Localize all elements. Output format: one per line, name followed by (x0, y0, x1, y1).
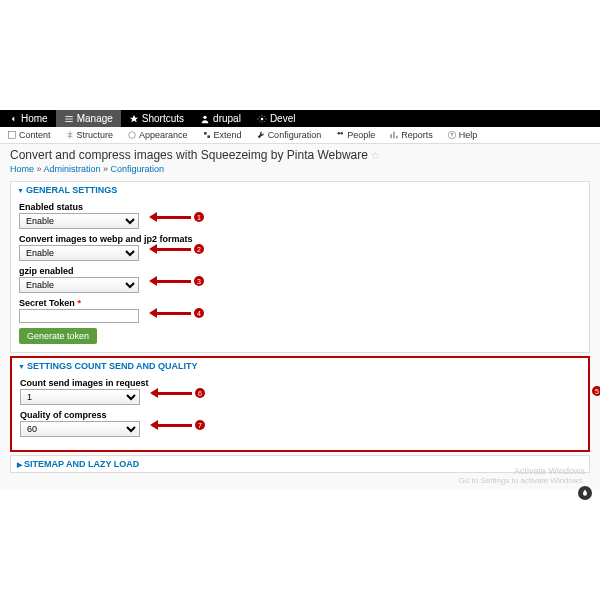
admin-appearance[interactable]: Appearance (120, 128, 195, 142)
favorite-star-icon[interactable]: ☆ (371, 150, 380, 161)
count-send-label: Count send images in request (20, 378, 580, 388)
crumb-config[interactable]: Configuration (111, 164, 165, 174)
annotation-arrow-7: 7 (150, 420, 205, 430)
toolbar-manage[interactable]: Manage (56, 110, 121, 127)
windows-watermark: Activate Windows Go to Settings to activ… (459, 466, 585, 485)
drupal-logo-icon (578, 486, 592, 500)
convert-formats-label: Convert images to webp and jp2 formats (19, 234, 581, 244)
svg-point-6 (338, 132, 341, 135)
toolbar-shortcuts[interactable]: Shortcuts (121, 110, 192, 127)
annotation-marker-5: 5 (592, 386, 600, 396)
back-arrow-icon (8, 114, 18, 124)
top-toolbar: Home Manage Shortcuts drupal Devel (0, 110, 600, 127)
toolbar-user[interactable]: drupal (192, 110, 249, 127)
admin-reports[interactable]: Reports (382, 128, 440, 142)
generate-token-button[interactable]: Generate token (19, 328, 97, 344)
quality-label: Quality of compress (20, 410, 580, 420)
enabled-status-select[interactable]: Enable (19, 213, 139, 229)
wrench-icon (256, 130, 266, 140)
gear-icon (257, 114, 267, 124)
page-title: Convert and compress images with Squeeze… (0, 144, 600, 164)
secret-token-input[interactable] (19, 309, 139, 323)
svg-rect-2 (9, 132, 16, 139)
admin-config[interactable]: Configuration (249, 128, 329, 142)
admin-structure[interactable]: Structure (58, 128, 121, 142)
enabled-status-label: Enabled status (19, 202, 581, 212)
count-quality-panel: 5 SETTINGS COUNT SEND AND QUALITY Count … (10, 356, 590, 452)
svg-rect-4 (204, 132, 207, 135)
count-send-select[interactable]: 1 (20, 389, 140, 405)
svg-point-7 (341, 132, 344, 135)
svg-point-1 (261, 117, 264, 120)
content-icon (7, 130, 17, 140)
svg-rect-5 (207, 135, 210, 138)
svg-text:?: ? (450, 132, 453, 138)
annotation-arrow-2: 2 (149, 244, 204, 254)
menu-icon (64, 114, 74, 124)
crumb-home[interactable]: Home (10, 164, 34, 174)
count-quality-toggle[interactable]: SETTINGS COUNT SEND AND QUALITY (12, 358, 588, 374)
reports-icon (389, 130, 399, 140)
quality-select[interactable]: 60 (20, 421, 140, 437)
admin-content[interactable]: Content (0, 128, 58, 142)
toolbar-home[interactable]: Home (0, 110, 56, 127)
admin-extend[interactable]: Extend (195, 128, 249, 142)
toolbar-devel[interactable]: Devel (249, 110, 304, 127)
annotation-arrow-1: 1 (149, 212, 204, 222)
people-icon (335, 130, 345, 140)
appearance-icon (127, 130, 137, 140)
gzip-label: gzip enabled (19, 266, 581, 276)
extend-icon (202, 130, 212, 140)
svg-point-0 (203, 115, 206, 118)
breadcrumb: Home » Administration » Configuration (0, 164, 600, 178)
secret-token-label: Secret Token * (19, 298, 581, 308)
annotation-arrow-6: 6 (150, 388, 205, 398)
user-icon (200, 114, 210, 124)
annotation-arrow-3: 3 (149, 276, 204, 286)
admin-people[interactable]: People (328, 128, 382, 142)
annotation-arrow-4: 4 (149, 308, 204, 318)
star-icon (129, 114, 139, 124)
structure-icon (65, 130, 75, 140)
admin-menu: Content Structure Appearance Extend Conf… (0, 127, 600, 144)
admin-help[interactable]: ?Help (440, 128, 485, 142)
svg-point-3 (129, 132, 136, 139)
crumb-admin[interactable]: Administration (44, 164, 101, 174)
help-icon: ? (447, 130, 457, 140)
general-settings-panel: GENERAL SETTINGS Enabled status Enable 1… (10, 181, 590, 353)
general-settings-toggle[interactable]: GENERAL SETTINGS (11, 182, 589, 198)
convert-formats-select[interactable]: Enable (19, 245, 139, 261)
gzip-select[interactable]: Enable (19, 277, 139, 293)
